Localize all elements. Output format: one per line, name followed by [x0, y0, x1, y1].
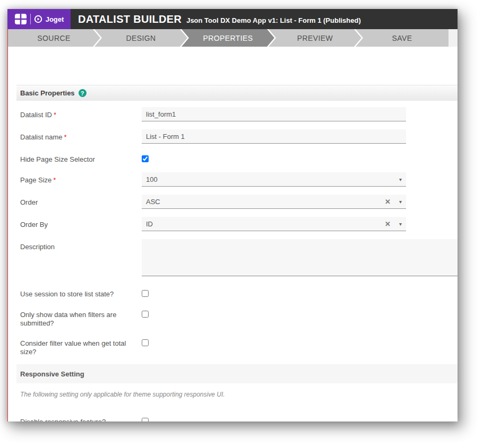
section-title: Basic Properties: [20, 89, 75, 97]
form-row-description: Description: [20, 239, 458, 278]
field-label: Only show data when filters are submitte…: [20, 311, 116, 327]
datalist-builder-window: Joget DATALIST BUILDER Json Tool DX Demo…: [7, 9, 458, 421]
section-title: Responsive Setting: [20, 370, 84, 378]
caret-down-icon[interactable]: ▾: [399, 199, 402, 205]
section-header-responsive-setting: Responsive Setting: [16, 364, 458, 383]
required-asterisk: *: [64, 133, 66, 141]
basic-properties-form: Datalist ID* Datalist name* Hide Page Si…: [7, 101, 458, 356]
field-label: Disable responsive feature?: [20, 418, 106, 421]
vertical-scrollbar[interactable]: [448, 29, 458, 47]
field-label: Consider filter value when get total siz…: [20, 339, 126, 356]
form-row-only-show-data: Only show data when filters are submitte…: [20, 307, 458, 328]
field-label: Hide Page Size Selector: [20, 155, 95, 163]
app-grid-icon[interactable]: [14, 13, 27, 25]
field-label: Datalist name: [20, 133, 62, 141]
app-header: Joget DATALIST BUILDER Json Tool DX Demo…: [7, 9, 458, 29]
form-row-datalist-name: Datalist name*: [20, 129, 458, 144]
builder-subtitle: Json Tool DX Demo App v1: List - Form 1 …: [186, 16, 361, 24]
tab-properties[interactable]: PROPERTIES: [182, 29, 274, 47]
brand-divider: [30, 14, 31, 24]
tab-design[interactable]: DESIGN: [94, 29, 187, 47]
select-value: ASC: [146, 198, 385, 206]
field-label: Datalist ID: [20, 111, 52, 119]
top-spacer: [7, 47, 458, 85]
use-session-checkbox[interactable]: [142, 290, 149, 297]
field-label: Order: [20, 198, 38, 206]
description-textarea[interactable]: [142, 239, 458, 276]
form-row-page-size: Page Size* 100 ▾: [20, 172, 458, 187]
select-value: 100: [146, 175, 399, 183]
field-label: Description: [20, 243, 55, 251]
form-row-order: Order ASC ✕ ▾: [20, 195, 458, 209]
tab-source[interactable]: SOURCE: [7, 29, 100, 47]
required-asterisk: *: [53, 176, 56, 184]
brand-label: Joget: [46, 15, 64, 23]
joget-brand-block[interactable]: Joget: [7, 9, 71, 29]
caret-down-icon[interactable]: ▾: [399, 221, 402, 227]
select-value: ID: [146, 220, 385, 228]
required-asterisk: *: [54, 111, 56, 119]
clear-icon[interactable]: ✕: [385, 220, 391, 228]
builder-step-tabs: SOURCE DESIGN PROPERTIES PREVIEW SAVE: [7, 29, 458, 47]
left-edge-accent: [7, 29, 8, 421]
field-label: Page Size: [20, 176, 51, 184]
tab-preview[interactable]: PREVIEW: [269, 29, 361, 47]
field-label: Order By: [20, 221, 48, 229]
form-row-consider-filter-value: Consider filter value when get total siz…: [20, 336, 458, 356]
title-area: DATALIST BUILDER Json Tool DX Demo App v…: [71, 9, 458, 29]
section-header-basic-properties: Basic Properties ?: [16, 85, 458, 101]
only-show-data-checkbox[interactable]: [142, 311, 149, 318]
joget-logo-icon: [34, 15, 42, 23]
form-row-disable-responsive: Disable responsive feature?: [20, 414, 458, 421]
form-row-hide-page-size-selector: Hide Page Size Selector: [20, 152, 458, 164]
consider-filter-value-checkbox[interactable]: [142, 339, 149, 346]
datalist-name-input[interactable]: [142, 129, 406, 144]
order-select[interactable]: ASC ✕ ▾: [142, 195, 406, 209]
form-row-use-session: Use session to store list state?: [20, 286, 458, 299]
responsive-form: Disable responsive feature?: [7, 398, 458, 421]
responsive-note: The following setting only applicable fo…: [20, 391, 458, 398]
clear-icon[interactable]: ✕: [385, 198, 391, 206]
hide-page-size-selector-checkbox[interactable]: [142, 155, 149, 162]
datalist-id-input[interactable]: [142, 107, 406, 121]
disable-responsive-checkbox[interactable]: [142, 418, 149, 421]
tab-save[interactable]: SAVE: [356, 29, 448, 47]
form-row-datalist-id: Datalist ID*: [20, 107, 458, 121]
order-by-select[interactable]: ID ✕ ▾: [142, 217, 406, 231]
field-label: Use session to store list state?: [20, 290, 114, 298]
form-row-order-by: Order By ID ✕ ▾: [20, 217, 458, 231]
help-icon[interactable]: ?: [79, 89, 87, 97]
caret-down-icon[interactable]: ▾: [399, 177, 402, 182]
page-size-select[interactable]: 100 ▾: [142, 172, 406, 187]
builder-title: DATALIST BUILDER: [78, 13, 182, 25]
